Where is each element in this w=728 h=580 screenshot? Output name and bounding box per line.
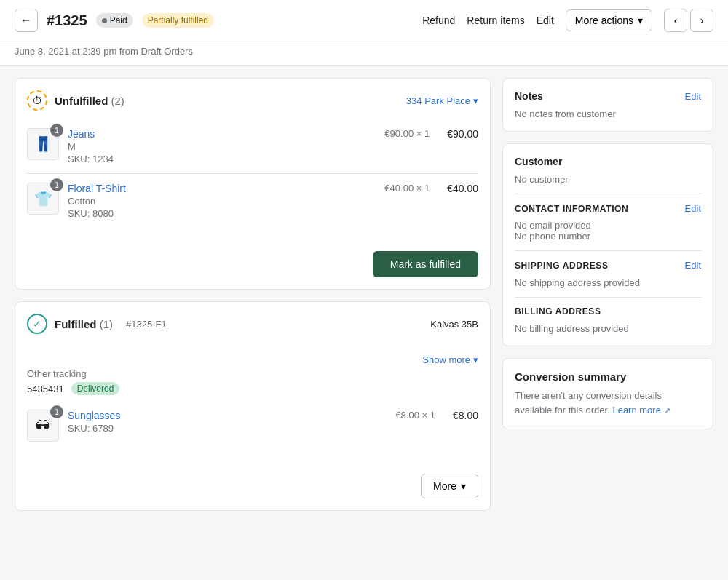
contact-title: CONTACT INFORMATION	[515, 204, 628, 214]
right-column: Notes Edit No notes from customer Custom…	[502, 78, 713, 511]
tracking-label: Other tracking	[27, 368, 478, 379]
chevron-down-icon: ▾	[473, 354, 478, 365]
paid-dot	[102, 18, 107, 23]
item-details-floral: Floral T-Shirt Cotton SKU: 8080	[68, 183, 376, 219]
edit-button[interactable]: Edit	[537, 15, 554, 26]
show-more-button[interactable]: Show more ▾	[422, 354, 478, 365]
item-details-jeans: Jeans M SKU: 1234	[68, 128, 376, 164]
item-qty-sunglasses: 1	[50, 405, 63, 418]
unfulfilled-location[interactable]: 334 Park Place ▾	[406, 95, 478, 106]
contact-section: CONTACT INFORMATION Edit No email provid…	[515, 194, 701, 242]
shipping-value: No shipping address provided	[515, 277, 640, 288]
item-qty-floral: 1	[50, 178, 63, 191]
refund-button[interactable]: Refund	[422, 15, 455, 26]
item-unit-price-jeans: €90.00 × 1	[384, 128, 430, 139]
item-image-wrap-sunglasses: 🕶 1	[27, 410, 59, 442]
notes-value: No notes from customer	[515, 108, 616, 119]
back-button[interactable]: ←	[15, 9, 38, 32]
main-content: ⏱ Unfulfilled (2) 334 Park Place ▾ 👖 1	[0, 66, 728, 523]
fulfilled-location: Kaivas 35B	[430, 319, 478, 330]
notes-card: Notes Edit No notes from customer	[502, 78, 713, 132]
unfulfilled-icon: ⏱	[27, 90, 47, 111]
item-sku-floral: SKU: 8080	[68, 208, 376, 219]
contact-title-row: CONTACT INFORMATION Edit	[515, 203, 701, 214]
shipping-title: SHIPPING ADDRESS	[515, 261, 609, 271]
item-price-floral: €40.00 × 1 €40.00	[384, 183, 478, 194]
customer-title: Customer	[515, 156, 562, 167]
order-id: #1325	[47, 12, 87, 29]
shipping-section: SHIPPING ADDRESS Edit No shipping addres…	[515, 250, 701, 288]
billing-section: BILLING ADDRESS No billing address provi…	[515, 297, 701, 334]
customer-section: Customer No customer	[515, 156, 701, 185]
customer-card: Customer No customer CONTACT INFORMATION…	[502, 143, 713, 346]
prev-order-button[interactable]: ‹	[664, 9, 687, 32]
item-variant-floral: Cotton	[68, 196, 376, 207]
next-order-button[interactable]: ›	[690, 9, 713, 32]
mark-as-fulfilled-button[interactable]: Mark as fulfilled	[373, 251, 478, 277]
chevron-down-icon: ▾	[473, 95, 478, 106]
unfulfilled-title: Unfulfilled (2)	[55, 95, 124, 107]
tracking-status-badge: Delivered	[71, 382, 120, 395]
item-total-jeans: €90.00	[447, 128, 478, 140]
fulfilled-card: ✓ Fulfilled (1) #1325-F1 Kaivas 35B Show…	[15, 301, 491, 511]
item-details-sunglasses: Sunglasses SKU: 6789	[68, 410, 387, 434]
item-unit-price-floral: €40.00 × 1	[384, 183, 430, 194]
tracking-row: 5435431 Delivered	[27, 382, 478, 395]
tracking-number: 5435431	[27, 384, 64, 394]
notes-title-row: Notes Edit	[515, 90, 701, 102]
fulfilled-section-header: ✓ Fulfilled (1) #1325-F1 Kaivas 35B	[27, 314, 478, 334]
conversion-title: Conversion summary	[515, 370, 701, 383]
billing-title: BILLING ADDRESS	[515, 306, 601, 317]
notes-edit-button[interactable]: Edit	[685, 91, 701, 102]
order-item-jeans: 👖 1 Jeans M SKU: 1234 €90.00 × 1 €90.00	[27, 119, 478, 173]
item-total-sunglasses: €8.00	[453, 410, 478, 421]
fulfilled-icon: ✓	[27, 314, 47, 334]
item-unit-price-sunglasses: €8.00 × 1	[395, 410, 435, 421]
order-item-sunglasses: 🕶 1 Sunglasses SKU: 6789 €8.00 × 1 €8.00	[27, 410, 478, 450]
item-price-jeans: €90.00 × 1 €90.00	[384, 128, 478, 140]
left-column: ⏱ Unfulfilled (2) 334 Park Place ▾ 👖 1	[15, 78, 491, 511]
notes-title: Notes	[515, 90, 543, 102]
more-button-section: More ▾	[15, 462, 490, 510]
page-header: ← #1325 Paid Partially fulfilled Refund …	[0, 0, 728, 41]
shipping-edit-button[interactable]: Edit	[685, 260, 701, 271]
learn-more-link[interactable]: Learn more ↗	[612, 405, 670, 416]
fulfilled-title: Fulfilled (1)	[55, 318, 113, 330]
customer-title-row: Customer	[515, 156, 701, 167]
contact-email: No email provided	[515, 220, 701, 231]
unfulfilled-header-section: ⏱ Unfulfilled (2) 334 Park Place ▾ 👖 1	[15, 79, 490, 239]
return-items-button[interactable]: Return items	[467, 15, 524, 26]
order-subtitle: June 8, 2021 at 2:39 pm from Draft Order…	[0, 41, 728, 66]
fulfillment-id: #1325-F1	[126, 319, 167, 330]
tracking-section: Show more ▾ Other tracking 5435431 Deliv…	[15, 354, 490, 398]
conversion-card: Conversion summary There aren't any conv…	[502, 358, 713, 429]
item-image-wrap-jeans: 👖 1	[27, 128, 59, 160]
item-price-sunglasses: €8.00 × 1 €8.00	[395, 410, 478, 421]
shipping-title-row: SHIPPING ADDRESS Edit	[515, 260, 701, 271]
unfulfilled-section-header: ⏱ Unfulfilled (2) 334 Park Place ▾	[27, 90, 478, 111]
item-variant-jeans: M	[68, 141, 376, 152]
billing-title-row: BILLING ADDRESS	[515, 306, 701, 317]
nav-buttons: ‹ ›	[664, 9, 713, 32]
item-sku-sunglasses: SKU: 6789	[68, 423, 387, 434]
conversion-text: There aren't any conversion details avai…	[515, 389, 701, 417]
chevron-down-icon: ▾	[638, 15, 643, 26]
more-button[interactable]: More ▾	[421, 474, 478, 498]
contact-phone: No phone number	[515, 231, 701, 242]
customer-value: No customer	[515, 174, 569, 185]
item-name-floral[interactable]: Floral T-Shirt	[68, 183, 376, 194]
external-link-icon: ↗	[664, 406, 670, 415]
item-name-jeans[interactable]: Jeans	[68, 128, 376, 140]
contact-edit-button[interactable]: Edit	[685, 203, 701, 214]
more-actions-button[interactable]: More actions ▾	[566, 9, 652, 31]
chevron-down-icon: ▾	[461, 480, 466, 492]
order-item-floral: 👕 1 Floral T-Shirt Cotton SKU: 8080 €40.…	[27, 173, 478, 228]
item-qty-jeans: 1	[50, 124, 63, 137]
unfulfilled-card: ⏱ Unfulfilled (2) 334 Park Place ▾ 👖 1	[15, 78, 491, 290]
item-name-sunglasses[interactable]: Sunglasses	[68, 410, 387, 421]
fulfilled-header-section: ✓ Fulfilled (1) #1325-F1 Kaivas 35B	[15, 302, 490, 354]
header-actions: Refund Return items Edit More actions ▾ …	[422, 9, 713, 32]
partial-badge: Partially fulfilled	[142, 13, 214, 28]
mark-fulfilled-section: Mark as fulfilled	[15, 239, 490, 289]
item-image-wrap-floral: 👕 1	[27, 183, 59, 215]
